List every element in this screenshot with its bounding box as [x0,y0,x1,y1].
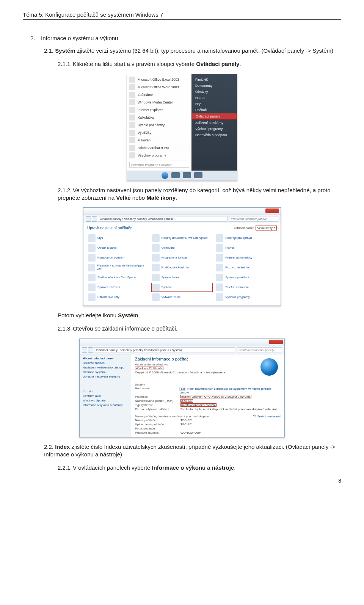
taskbar-button[interactable] [183,172,191,178]
start-menu-item-label: Rychlé poznámky [138,123,165,127]
control-panel-item[interactable]: Myš [87,234,149,243]
control-panel-item[interactable]: Správce pověření [215,273,277,282]
sidebar-link[interactable]: Centrum akcí [83,394,128,398]
sidebar-link[interactable]: Informace o výkonu a nástroje [83,403,128,407]
control-panel-item[interactable]: Připojení k aplikacím RemoteApp a vzd… [87,263,149,272]
view-dropdown: Velké ikony [256,226,277,230]
taskbar-button[interactable] [171,172,180,178]
page-header: Téma 5: Konfigurace počítačů se systémem… [23,11,341,18]
start-menu-right-item[interactable]: Počítač [191,107,237,113]
breadcrumb[interactable]: Ovládací panely › Všechny položky Ovláda… [98,216,228,222]
system-hint-line: Potom vyhledejte ikonu Systém. [58,312,341,319]
control-panel-item[interactable]: Programy a funkce [151,253,213,262]
start-menu-right-item[interactable]: Obrázky [191,89,237,95]
sidebar-link[interactable]: Správce zařízení [83,361,128,365]
control-panel-item[interactable]: Služba Windows CardSpace [87,273,149,282]
control-panel-item-label: Programy a funkce [162,256,187,260]
start-menu-item[interactable]: Rychlé poznámky [127,121,191,129]
sidebar-link[interactable]: Windows Update [83,399,128,402]
control-panel-item-label: Oblast a jazyk [97,246,116,250]
window-titlebar [80,339,284,346]
control-panel-item-label: Rozpoznávání řeči [225,266,250,270]
app-icon [129,137,135,143]
nav-back-icon[interactable] [82,347,87,353]
start-menu-right-item[interactable]: Nápověda a podpora [191,132,237,138]
control-panel-item[interactable]: Výchozí programy [215,293,277,302]
start-menu-item[interactable]: Microsoft Office Excel 2003 [127,76,191,83]
search-input[interactable]: Prohledat Ovládací panely [237,347,282,353]
sidebar-link[interactable]: Upřesnit nastavení systému [83,375,128,378]
start-menu-item[interactable]: Výstřižky [127,129,191,136]
control-panel-item-label: Telefon a modem [225,286,248,289]
nav-forward-icon[interactable] [92,216,97,222]
control-panel-item[interactable]: Správa barev [151,273,213,282]
control-panel-item[interactable]: Písma [215,243,277,252]
control-panel-item-label: Správce zařízení [97,286,120,289]
control-panel-item[interactable]: Přehrát automaticky [215,253,277,262]
nav-back-icon[interactable] [86,216,91,222]
cpl-icon [152,244,160,252]
control-panel-item[interactable]: Správce zařízení [87,283,149,292]
windows-edition: Windows 7 Ultimate [135,367,163,370]
nav-forward-icon[interactable] [88,347,93,353]
start-menu-item-label: Adobe Acrobat 9 Pro [138,146,169,150]
start-menu-item[interactable]: Adobe Acrobat 9 Pro [127,144,191,152]
start-menu-item[interactable]: Windows Media Center [127,99,191,106]
control-panel-item-label: Obnovení [162,246,175,250]
start-menu-right-item[interactable]: FimUHK [191,77,237,83]
control-panel-item[interactable]: Telefon a modem [215,283,277,292]
control-panel-item[interactable]: Rodičovská kontrola [151,263,213,272]
cpl-icon [152,264,160,271]
control-panel-item[interactable]: Nástroj BitLocker Drive Encryption [151,234,213,243]
control-panel-item[interactable]: Systém [151,283,213,292]
start-menu-item[interactable]: Všechny programy [127,152,191,159]
start-menu-right-item[interactable]: Zařízení a tiskárny [191,120,237,126]
sidebar-link[interactable]: Nastavení vzdáleného přístupu [83,366,128,369]
start-orb-icon[interactable] [162,172,168,179]
start-menu-right-item[interactable]: Výchozí programy [191,126,237,132]
start-menu-right-item[interactable]: Ovládací panely [191,113,237,120]
cpl-icon [88,274,96,281]
control-panel-item[interactable]: Uživatelské účty [87,293,149,302]
start-menu-item[interactable]: Internet Explorer [127,106,191,114]
control-panel-item[interactable]: Nástroje pro správu [215,234,277,243]
app-icon [129,152,135,158]
start-menu-item[interactable]: Začínáme [127,91,191,99]
page-number: 8 [23,478,341,484]
control-panel-item-label: Nástroje pro správu [225,237,252,240]
control-panel-item-label: Poradce při potížích [97,256,124,260]
figure-start-menu: Microsoft Office Excel 2003Microsoft Off… [127,74,237,181]
taskbar-button[interactable] [194,172,202,178]
start-menu-right-item[interactable]: Dokumenty [191,83,237,89]
start-menu-right-item[interactable]: Hudba [191,95,237,101]
start-menu-item[interactable]: Malování [127,136,191,144]
start-menu-right-item[interactable]: Hry [191,101,237,107]
item-2-1-3: 2.1.3.Otevřou se základní informace o po… [58,325,341,332]
item-2-1-2: 2.1.2.Ve výchozím nastavení jsou panely … [58,187,341,202]
app-icon [129,84,135,90]
cpu-value: Intel(R) Xeon(R) CPU X5560 @ 2.80GHz 2.8… [180,395,251,398]
control-panel-item[interactable]: VMware Tools [151,293,213,302]
control-panel-item[interactable]: Poradce při potížích [87,253,149,262]
search-input[interactable]: Prohledat Ovládací panely [229,216,278,222]
breadcrumb[interactable]: Ovládací panely › Všechny položky Ovláda… [94,347,235,353]
change-settings-link[interactable]: 🛡 Změnit nastavení [253,415,281,418]
control-panel-item[interactable]: Obnovení [151,243,213,252]
cpl-icon [88,234,96,242]
windows-logo-icon [258,357,281,379]
control-panel-item[interactable]: Rozpoznávání řeči [215,263,277,272]
control-panel-item-label: VMware Tools [162,296,180,299]
close-icon[interactable] [265,208,279,213]
control-panel-item[interactable]: Oblast a jazyk [87,243,149,252]
start-menu-item[interactable]: Kalkulačka [127,114,191,121]
start-search-input[interactable]: Prohledat programy a soubory [129,162,189,168]
start-menu-item-label: Výstřižky [138,131,151,135]
start-menu-item[interactable]: Microsoft Office Word 2003 [127,83,191,91]
view-selector[interactable]: Zobrazit podle: Velké ikony [234,226,277,230]
system-main: Základní informace o počítači Verze syst… [131,354,284,437]
control-panel-item-label: Nástroj BitLocker Drive Encryption [162,237,208,240]
cpl-icon [152,293,160,301]
close-icon[interactable] [269,340,283,344]
cpl-icon [152,284,160,291]
sidebar-link[interactable]: Ochrana systému [83,370,128,374]
